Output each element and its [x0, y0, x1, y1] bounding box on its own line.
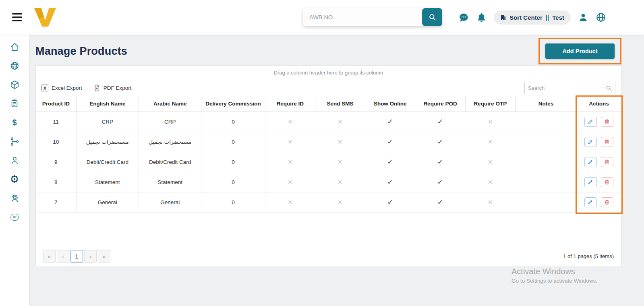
- menu-toggle-button[interactable]: [12, 13, 22, 22]
- sidebar-item-users[interactable]: [6, 155, 23, 166]
- col-send-sms[interactable]: Send SMS: [315, 96, 365, 112]
- sidebar-item-globe[interactable]: [6, 60, 23, 71]
- col-require-id[interactable]: Require ID: [265, 96, 315, 112]
- cross-icon: ✕: [338, 179, 343, 186]
- prev-page-button[interactable]: ‹: [57, 250, 69, 263]
- sidebar-item-finance[interactable]: $: [6, 117, 23, 128]
- table-row: 10 مستحضرات تجميل مستحضرات تجميل 0 ✕ ✕ ✓…: [36, 132, 621, 152]
- cell-require-pod: ✓: [415, 152, 465, 172]
- cell-english-name: General: [76, 192, 139, 212]
- table-wrap: Product ID English Name Arabic Name Deli…: [36, 96, 621, 213]
- sidebar-item-home[interactable]: [6, 41, 23, 52]
- cell-require-otp: ✕: [465, 112, 515, 132]
- chat-button[interactable]: [458, 12, 469, 23]
- cell-require-otp: ✕: [465, 172, 515, 192]
- add-product-button[interactable]: Add Product: [545, 43, 615, 59]
- cell-require-otp: ✕: [465, 152, 515, 172]
- cell-send-sms: ✕: [315, 192, 365, 212]
- clipboard-icon: [10, 99, 19, 108]
- trash-icon: [604, 139, 610, 145]
- environment-label: Test: [552, 14, 564, 21]
- app-logo[interactable]: [33, 7, 57, 27]
- grid-search: [524, 82, 615, 94]
- cross-icon: ✕: [288, 118, 293, 125]
- table-header-row: Product ID English Name Arabic Name Deli…: [36, 96, 621, 112]
- sort-center-label: Sort Center: [509, 14, 543, 21]
- cell-require-id: ✕: [265, 132, 315, 152]
- cell-show-online: ✓: [365, 112, 415, 132]
- sidebar-item-branches[interactable]: [6, 136, 23, 147]
- cell-require-id: ✕: [265, 152, 315, 172]
- language-button[interactable]: [596, 12, 606, 23]
- sidebar-item-orders[interactable]: [6, 98, 23, 109]
- check-icon: ✓: [387, 198, 393, 206]
- cell-show-online: ✓: [365, 152, 415, 172]
- awb-search-button[interactable]: [422, 8, 442, 26]
- profile-button[interactable]: [578, 12, 588, 23]
- edit-button[interactable]: [584, 137, 597, 147]
- sidebar-item-shipments[interactable]: [6, 79, 23, 90]
- delete-button[interactable]: [601, 157, 613, 167]
- cell-arabic-name: مستحضرات تجميل: [139, 132, 201, 152]
- grid-empty-area: [36, 213, 621, 247]
- col-show-online[interactable]: Show Online: [365, 96, 415, 112]
- table-row: 11 CRP CRP 0 ✕ ✕ ✓ ✓ ✕: [36, 112, 621, 132]
- col-notes[interactable]: Notes: [515, 96, 576, 112]
- awb-search-input[interactable]: [303, 8, 422, 26]
- cell-delivery-commission: 0: [201, 112, 265, 132]
- cell-notes: [515, 192, 576, 212]
- pdf-export-button[interactable]: PDF Export: [93, 85, 132, 91]
- last-page-button[interactable]: »: [98, 250, 110, 263]
- cell-require-id: ✕: [265, 112, 315, 132]
- sidebar-item-settings[interactable]: ⚙: [6, 174, 23, 185]
- excel-export-button[interactable]: X Excel Export: [41, 85, 82, 91]
- package-icon: [10, 80, 19, 89]
- pdf-icon: [93, 85, 100, 91]
- edit-button[interactable]: [584, 117, 597, 127]
- excel-icon: X: [41, 85, 48, 91]
- home-icon: [10, 42, 19, 52]
- col-require-pod[interactable]: Require POD: [415, 96, 465, 112]
- cell-notes: [515, 112, 576, 132]
- edit-button[interactable]: [584, 197, 597, 207]
- edit-button[interactable]: [584, 157, 597, 167]
- delete-button[interactable]: [601, 137, 613, 147]
- cell-arabic-name: Debit/Credit Card: [139, 152, 201, 172]
- sort-center-selector[interactable]: Sort Center || Test: [494, 10, 571, 25]
- next-page-button[interactable]: ›: [84, 250, 97, 263]
- cell-send-sms: ✕: [315, 112, 365, 132]
- col-delivery-commission[interactable]: Delivery Commission: [201, 96, 265, 112]
- col-english-name[interactable]: English Name: [76, 96, 139, 112]
- group-panel[interactable]: Drag a column header here to group its c…: [36, 66, 621, 80]
- edit-button[interactable]: [584, 177, 597, 187]
- excel-export-label: Excel Export: [52, 85, 82, 91]
- cell-product-id: 9: [36, 152, 76, 172]
- delete-button[interactable]: [601, 177, 613, 187]
- sidebar-item-support[interactable]: [6, 192, 23, 204]
- col-product-id[interactable]: Product ID: [36, 96, 76, 112]
- check-icon: ✓: [437, 118, 443, 126]
- sidebar: $ ⚙ AI: [0, 35, 29, 306]
- cell-product-id: 8: [36, 172, 76, 192]
- cell-arabic-name: Statement: [139, 172, 201, 192]
- notifications-button[interactable]: [476, 12, 487, 23]
- building-icon: [500, 14, 506, 21]
- cell-actions: [577, 152, 621, 172]
- current-page-button[interactable]: 1: [70, 250, 83, 263]
- cross-icon: ✕: [488, 179, 493, 186]
- support-agent-icon: [10, 194, 19, 203]
- col-arabic-name[interactable]: Arabic Name: [139, 96, 201, 112]
- search-icon: [429, 13, 436, 21]
- grid-search-input[interactable]: [528, 85, 606, 91]
- check-icon: ✓: [387, 138, 393, 146]
- delete-button[interactable]: [601, 197, 613, 207]
- sidebar-item-ai-assistant[interactable]: AI: [6, 211, 23, 223]
- user-icon: [578, 12, 588, 23]
- check-icon: ✓: [387, 158, 393, 166]
- first-page-button[interactable]: «: [43, 250, 56, 263]
- cross-icon: ✕: [338, 118, 343, 125]
- cell-show-online: ✓: [365, 192, 415, 212]
- cell-actions: [577, 132, 621, 152]
- col-require-otp[interactable]: Require OTP: [465, 96, 515, 112]
- delete-button[interactable]: [601, 117, 613, 127]
